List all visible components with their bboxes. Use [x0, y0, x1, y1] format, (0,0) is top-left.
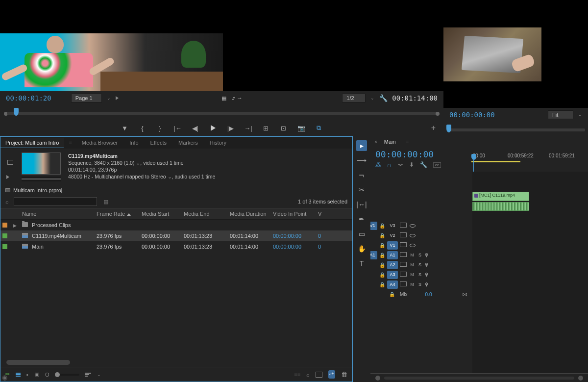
sync-lock-icon[interactable] [399, 242, 408, 248]
track-header-v1[interactable]: 🔒 V1 [370, 240, 472, 250]
timeline-audio-clip[interactable] [472, 202, 529, 211]
sync-lock-icon[interactable] [399, 262, 408, 268]
export-frame-icon[interactable]: 📷 [297, 124, 306, 132]
list-row-folder[interactable]: ▶ Processed Clips [0, 220, 352, 230]
mute-button[interactable]: M [409, 282, 416, 287]
lock-icon[interactable]: 🔒 [378, 233, 386, 238]
eye-icon[interactable] [409, 242, 416, 248]
comparison-view-icon[interactable]: ⧉ [315, 124, 323, 132]
track-header-v2[interactable]: 🔒 V2 [370, 230, 472, 240]
horizontal-scrollbar[interactable] [6, 360, 70, 365]
source-patch-v1[interactable]: V1 [370, 222, 377, 230]
timeline-video-clip[interactable]: [MC1] C1119.mp4 [472, 192, 529, 201]
solo-button[interactable]: S [416, 282, 423, 287]
linked-selection-icon[interactable]: ⫘ [397, 161, 403, 168]
timeline-playhead[interactable] [471, 154, 476, 160]
play-button[interactable] [209, 124, 218, 132]
scroll-handle-left[interactable] [375, 376, 380, 381]
bow-tie-icon[interactable]: ⋈ [462, 291, 467, 298]
snap-icon[interactable]: ⁂ [375, 161, 381, 168]
tab-project[interactable]: Project: Multicam Intro [0, 138, 64, 148]
mix-track[interactable]: 🔒 Mix 0.0 ⋈ [370, 289, 472, 299]
sync-lock-icon[interactable] [399, 252, 408, 258]
step-back-icon[interactable]: ◀| [191, 124, 200, 132]
tab-history[interactable]: History [205, 138, 231, 148]
list-row-sequence[interactable]: Main 23.976 fps 00:00:00:00 00:01:13:23 … [0, 241, 352, 252]
clip-meta-video[interactable]: Sequence, 3840 x 2160 (1.0) [68, 160, 140, 166]
lock-icon[interactable]: 🔒 [378, 272, 386, 278]
magnet-icon[interactable]: ∩ [387, 161, 392, 168]
list-row-sequence[interactable]: C1119.mp4Multicam 23.976 fps 00:00:00:00… [0, 230, 352, 241]
mark-in-icon[interactable]: ▼ [121, 124, 129, 132]
source-playhead[interactable] [14, 108, 19, 116]
track-header-a2[interactable]: 🔒 A2 M S 🎙 [370, 260, 472, 270]
lock-icon[interactable]: 🔒 [378, 253, 386, 258]
mark-out-bracket-icon[interactable]: } [156, 124, 165, 132]
sync-lock-icon[interactable] [399, 223, 408, 229]
settings-wrench-icon[interactable]: 🔧 [420, 161, 427, 168]
timeline-timecode[interactable]: 00:00:00:00 [375, 149, 471, 159]
find-icon[interactable]: ⌕ [306, 372, 310, 378]
clip-meta-audio[interactable]: 48000 Hz - Multichannel mapped to Stereo [68, 174, 172, 179]
ripple-edit-tool-icon[interactable]: ⫬ [356, 170, 367, 180]
sync-lock-icon[interactable] [399, 232, 408, 238]
solo-button[interactable]: S [416, 253, 423, 257]
automate-to-sequence-icon[interactable]: ≡≡ [294, 372, 300, 378]
track-header-a1[interactable]: A1 🔒 A1 M S 🎙 [370, 250, 472, 260]
go-to-in-icon[interactable]: |← [173, 124, 182, 132]
col-media-start[interactable]: Media Start [138, 210, 180, 218]
panel-menu-icon[interactable]: ≡ [66, 140, 74, 146]
tab-media-browser[interactable]: Media Browser [77, 138, 122, 148]
source-viewer[interactable] [0, 0, 443, 91]
close-icon[interactable]: × [374, 139, 377, 145]
settings-wrench-icon[interactable]: 🔧 [379, 94, 387, 102]
voiceover-icon[interactable]: 🎙 [424, 282, 429, 287]
solo-button[interactable]: S [416, 262, 423, 267]
program-ruler[interactable] [443, 122, 588, 136]
go-to-out-icon[interactable]: →| [244, 124, 253, 132]
trash-icon[interactable]: 🗑 [341, 371, 347, 378]
lock-icon[interactable]: 🔒 [378, 262, 386, 268]
sync-lock-icon[interactable] [399, 272, 408, 278]
disclosure-icon[interactable]: ▶ [13, 223, 18, 228]
eye-icon[interactable] [409, 223, 416, 229]
tab-info[interactable]: Info [124, 138, 143, 148]
page-dropdown[interactable]: Page 1 [71, 94, 102, 102]
mute-button[interactable]: M [409, 272, 416, 277]
sort-icon[interactable] [85, 373, 91, 377]
mute-button[interactable]: M [409, 253, 416, 257]
lock-icon[interactable]: 🔒 [378, 223, 386, 229]
pen-tool-icon[interactable]: ✒ [356, 214, 367, 225]
eye-icon[interactable] [409, 232, 416, 238]
razor-tool-icon[interactable]: ✂ [356, 184, 367, 195]
col-video-in[interactable]: Video In Point [269, 210, 314, 218]
search-input[interactable] [14, 197, 97, 206]
safe-margins-icon[interactable]: ▦ [220, 94, 228, 102]
voiceover-icon[interactable]: 🎙 [424, 253, 429, 258]
col-media-duration[interactable]: Media Duration [226, 210, 269, 218]
lock-icon[interactable]: 🔒 [378, 282, 386, 287]
icon-view-icon[interactable]: ▪ [26, 372, 28, 378]
voiceover-icon[interactable]: 🎙 [424, 272, 429, 278]
track-select-tool-icon[interactable]: ⟶ [356, 155, 367, 166]
lock-icon[interactable]: 🔒 [388, 292, 396, 297]
track-header-v3[interactable]: V1 🔒 V3 [370, 221, 472, 230]
col-name[interactable]: Name [18, 210, 93, 218]
track-header-a3[interactable]: 🔒 A3 M S 🎙 [370, 270, 472, 280]
play-forward-icon[interactable] [116, 96, 119, 100]
rectangle-tool-icon[interactable]: ▭ [356, 229, 367, 239]
step-forward-icon[interactable]: |▶ [226, 124, 235, 132]
timeline-content[interactable]: [MC1] C1119.mp4 [472, 172, 588, 373]
source-patch-a1[interactable]: A1 [370, 251, 377, 259]
tab-markers[interactable]: Markers [173, 138, 203, 148]
insert-icon[interactable]: ⊞ [262, 124, 270, 132]
type-tool-icon[interactable]: T [356, 258, 367, 269]
thumbnail-zoom-slider[interactable] [55, 374, 79, 376]
mark-in-bracket-icon[interactable]: { [138, 124, 147, 132]
program-viewer[interactable] [443, 0, 588, 108]
panel-menu-icon[interactable]: ≡ [403, 139, 412, 145]
freeform-view-icon[interactable]: ▣ [34, 371, 39, 378]
timeline-zoom-scrollbar[interactable] [370, 373, 588, 382]
clip-scrubber[interactable] [22, 177, 61, 181]
new-item-icon[interactable]: ▫⁺ [328, 370, 335, 379]
